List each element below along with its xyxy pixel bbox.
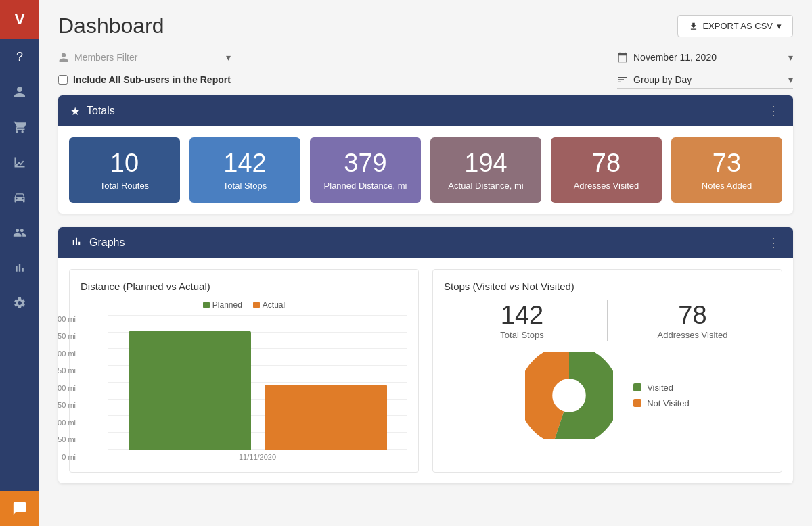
pie-legend-not-visited: Not Visited	[633, 398, 690, 408]
graphs-content: Distance (Planned vs Actual) Planned Act…	[58, 258, 793, 483]
sidebar-item-vehicles[interactable]	[0, 180, 39, 215]
page-header: Dashboard EXPORT AS CSV ▾	[58, 14, 793, 39]
totals-star-icon: ★	[70, 105, 80, 118]
sidebar-item-routes[interactable]	[0, 110, 39, 145]
bar-chart-title: Distance (Planned vs Actual)	[81, 281, 407, 292]
bar-chart-panel: Distance (Planned vs Actual) Planned Act…	[69, 269, 419, 473]
filter-right: November 11, 2020 ▾ Group by Day ▾	[617, 52, 793, 89]
page-title: Dashboard	[58, 14, 164, 39]
totals-title: Totals	[87, 105, 115, 117]
sidebar-item-reports[interactable]	[0, 250, 39, 285]
pie-chart-title: Stops (Visited vs Not Visited)	[444, 281, 771, 292]
pie-chart-svg	[525, 352, 613, 439]
members-filter-arrow: ▾	[226, 52, 231, 63]
pie-not-visited-segment	[536, 362, 603, 429]
subusers-checkbox-row: Include All Sub-users in the Report	[58, 74, 231, 85]
sidebar-item-analytics[interactable]	[0, 145, 39, 180]
date-filter-arrow: ▾	[788, 52, 793, 63]
totals-section: ★ Totals ⋮ 10Total Routes142Total Stops3…	[58, 95, 793, 214]
pie-legend: Visited Not Visited	[633, 383, 690, 408]
sidebar-item-settings[interactable]	[0, 285, 39, 320]
addresses-visited-label: Addresses Visited	[614, 330, 771, 340]
not-visited-dot	[633, 399, 641, 407]
totals-header: ★ Totals ⋮	[58, 95, 793, 126]
date-filter[interactable]: November 11, 2020 ▾	[617, 52, 793, 66]
graphs-menu-button[interactable]: ⋮	[767, 235, 781, 250]
export-csv-button[interactable]: EXPORT AS CSV ▾	[677, 15, 793, 37]
bar-planned	[129, 331, 251, 450]
main-content: Dashboard EXPORT AS CSV ▾ Members Filter…	[39, 0, 812, 526]
legend-actual: Actual	[253, 300, 285, 310]
legend-planned: Planned	[203, 300, 242, 310]
filter-left: Members Filter ▾ Include All Sub-users i…	[58, 52, 231, 85]
total-stops-label: Total Stops	[444, 330, 600, 340]
sidebar: V ?	[0, 0, 39, 526]
graphs-title: Graphs	[89, 237, 125, 249]
bar-chart-legend: Planned Actual	[81, 300, 407, 310]
stops-stats: 142 Total Stops 78 Addresses Visited	[444, 300, 771, 341]
app-logo[interactable]: V	[0, 0, 39, 39]
total-card-actual-distance--mi: 194Actual Distance, mi	[430, 137, 541, 203]
pie-legend-visited: Visited	[633, 383, 690, 393]
legend-actual-dot	[253, 302, 260, 308]
legend-planned-dot	[203, 302, 210, 308]
graphs-bar-icon	[70, 235, 83, 250]
sidebar-item-team[interactable]	[0, 215, 39, 250]
pie-chart-panel: Stops (Visited vs Not Visited) 142 Total…	[432, 269, 782, 473]
total-stops-stat: 142 Total Stops	[444, 301, 600, 340]
bar-chart-wrapper: 400 mi 350 mi 300 mi 250 mi 200 mi 150 m…	[81, 315, 407, 461]
bar-chart-area	[108, 315, 407, 450]
chat-icon	[0, 491, 39, 526]
sidebar-item-help[interactable]: ?	[0, 39, 39, 74]
pie-area: Visited Not Visited	[444, 352, 771, 439]
total-card-notes-added: 73Notes Added	[671, 137, 782, 203]
group-by-filter[interactable]: Group by Day ▾	[617, 74, 793, 89]
bar-actual	[265, 385, 387, 450]
bars-area	[108, 315, 407, 450]
sidebar-item-users[interactable]	[0, 74, 39, 110]
total-card-total-routes: 10Total Routes	[69, 137, 180, 203]
addresses-visited-stat: 78 Addresses Visited	[614, 301, 771, 340]
totals-grid: 10Total Routes142Total Stops379Planned D…	[58, 126, 793, 214]
addresses-visited-number: 78	[614, 301, 771, 330]
visited-dot	[633, 383, 641, 391]
total-card-adresses-visited: 78Adresses Visited	[551, 137, 662, 203]
filters-row: Members Filter ▾ Include All Sub-users i…	[58, 52, 793, 89]
y-axis-labels: 400 mi 350 mi 300 mi 250 mi 200 mi 150 m…	[58, 315, 76, 461]
total-stops-number: 142	[444, 301, 600, 330]
graphs-header: Graphs ⋮	[58, 227, 793, 258]
graphs-section: Graphs ⋮ Distance (Planned vs Actual) Pl…	[58, 227, 793, 483]
total-card-planned-distance--mi: 379Planned Distance, mi	[310, 137, 421, 203]
sidebar-chat-button[interactable]	[0, 491, 39, 526]
subusers-checkbox[interactable]	[58, 75, 68, 85]
subusers-label: Include All Sub-users in the Report	[73, 74, 231, 85]
x-axis-label: 11/11/2020	[108, 453, 407, 461]
members-filter[interactable]: Members Filter ▾	[58, 52, 231, 66]
total-card-total-stops: 142Total Stops	[189, 137, 300, 203]
stats-divider	[607, 300, 608, 341]
group-filter-arrow: ▾	[788, 74, 793, 85]
totals-menu-button[interactable]: ⋮	[767, 103, 781, 118]
